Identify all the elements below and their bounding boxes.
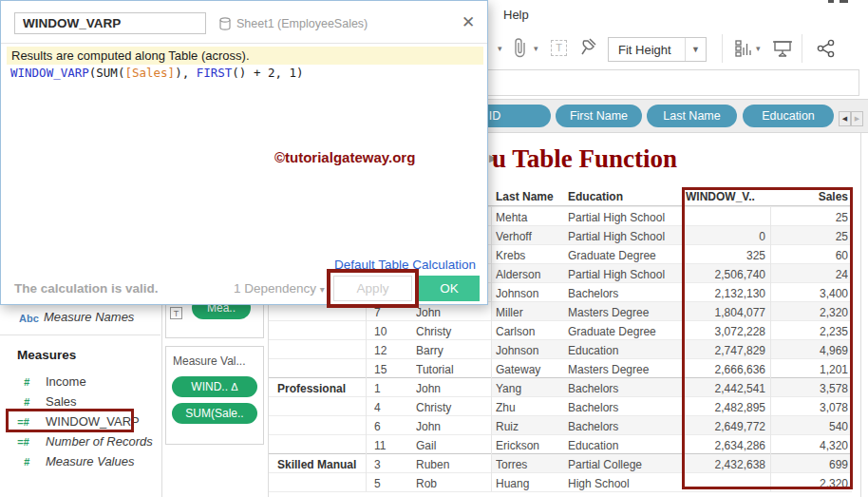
worksheet-title: u Table Function [492,144,677,174]
last-name-cell[interactable]: Alderson [496,268,564,281]
first-name-cell[interactable]: Gail [416,439,486,452]
id-cell[interactable]: 7 [374,306,406,319]
occupation-header[interactable]: Professional [277,382,365,395]
education-cell[interactable]: Education [568,344,676,357]
toolbar-divider [802,34,802,63]
first-name-cell[interactable]: Christy [416,401,486,414]
sidebar-item-income[interactable]: Income [46,374,86,389]
text-annotation-icon[interactable]: T [551,40,567,56]
measure-icon: # [24,376,29,388]
last-name-cell[interactable]: Miller [496,306,564,319]
id-cell[interactable]: 5 [374,477,406,490]
fit-selector[interactable]: Fit Height ▼ [608,37,707,62]
computed-along-note: Results are computed along Table (across… [7,47,483,65]
id-cell[interactable]: 15 [374,363,406,376]
id-cell[interactable]: 12 [374,344,406,357]
measure-values-pill-window[interactable]: WIND.. Δ [172,376,257,397]
pushpin-icon[interactable] [579,36,598,61]
share-icon[interactable] [817,39,836,62]
last-name-cell[interactable]: Verhoff [496,230,564,243]
ok-button[interactable]: OK [419,276,480,301]
shelf-pill-last-name[interactable]: Last Name [647,105,737,127]
education-cell[interactable]: Masters Degree [568,306,676,319]
last-name-cell[interactable]: Mehta [496,211,564,224]
column-gridline [491,207,492,491]
sheet-scope-label: Sheet1 (EmployeeSales) [236,17,368,30]
col-header-education[interactable]: Education [568,190,623,203]
education-cell[interactable]: Partial High School [568,230,676,243]
first-name-cell[interactable]: Christy [416,325,486,338]
dependency-dropdown[interactable]: 1 Dependency ▾ [234,281,325,296]
first-name-cell[interactable]: Barry [416,344,486,357]
sidebar-item-measure-values[interactable]: Measure Values [46,454,134,468]
education-cell[interactable]: Partial College [568,458,676,471]
sidebar-item-sales[interactable]: Sales [46,394,77,409]
formula-editor[interactable]: WINDOW_VARP(SUM([Sales]), FIRST() + 2, 1… [10,66,304,80]
chevron-down-icon[interactable]: ▾ [756,44,761,53]
chevron-down-icon[interactable]: ▾ [498,44,502,53]
id-cell[interactable]: 11 [374,439,406,452]
sidebar-item-measure-names[interactable]: Measure Names [44,310,134,324]
education-cell[interactable]: Partial High School [568,211,676,224]
shelf-scroll-left[interactable]: ◀ [839,111,851,126]
paperclip-icon[interactable] [513,38,527,62]
chevron-down-icon[interactable]: ▼ [685,38,706,61]
id-cell[interactable]: 4 [374,401,406,414]
chevron-down-icon[interactable]: ▾ [534,44,538,53]
formula-segment: ), [175,66,197,80]
first-name-cell[interactable]: John [416,420,486,433]
last-name-cell[interactable]: Carlson [496,325,564,338]
id-cell[interactable]: 1 [374,382,406,395]
education-cell[interactable]: High School [568,477,676,490]
education-cell[interactable]: Graduate Degree [568,249,676,262]
last-name-cell[interactable]: Erickson [496,439,564,452]
calculation-name-input[interactable] [14,12,206,34]
education-cell[interactable]: Graduate Degree [568,325,676,338]
columns-shelf[interactable] [484,69,859,96]
sidebar-divider [0,335,160,335]
education-cell[interactable]: Education [568,439,676,452]
first-name-cell[interactable]: John [416,306,486,319]
sidebar-item-number-of-records[interactable]: Number of Records [46,434,153,449]
show-me-chart-icon[interactable] [735,40,752,61]
education-cell[interactable]: Bachelors [568,382,676,395]
first-name-cell[interactable]: Tutorial [416,363,486,376]
last-name-cell[interactable]: Huang [496,477,564,490]
first-name-cell[interactable]: John [416,382,486,395]
measures-section-title: Measures [17,348,76,362]
presentation-icon[interactable] [773,40,792,61]
shelf-pill-first-name[interactable]: First Name [556,105,642,127]
window-control-fragment [840,0,848,3]
last-name-cell[interactable]: Torres [496,458,564,471]
last-name-cell[interactable]: Johnson [496,287,564,300]
education-cell[interactable]: Partial High School [568,268,676,281]
last-name-cell[interactable]: Ruiz [496,420,564,433]
last-name-cell[interactable]: Johnson [496,344,564,357]
first-name-cell[interactable]: Ruben [416,458,486,471]
education-cell[interactable]: Bachelors [568,287,676,300]
table-calc-delta-icon: Δ [231,381,237,392]
data-pane-divider [161,305,162,497]
id-cell[interactable]: 3 [374,458,406,471]
last-name-cell[interactable]: Krebs [496,249,564,262]
watermark: ©tutorialgateway.org [274,149,415,165]
formula-segment: FIRST [197,66,233,80]
measure-values-pill-sum-sales[interactable]: SUM(Sale.. [172,403,257,424]
education-cell[interactable]: Masters Degree [568,363,676,376]
occupation-header[interactable]: Skilled Manual [277,458,365,471]
first-name-cell[interactable]: Rob [416,477,486,490]
shelf-scroll-right[interactable]: ▶ [851,111,863,126]
col-header-last-name[interactable]: Last Name [496,190,554,203]
id-cell[interactable]: 10 [374,325,406,338]
shelf-pill-education[interactable]: Education [743,105,834,127]
id-cell[interactable]: 6 [374,420,406,433]
text-mark-icon[interactable]: T [170,307,182,319]
last-name-cell[interactable]: Yang [496,382,564,395]
last-name-cell[interactable]: Gateway [496,363,564,376]
validation-status: The calculation is valid. [14,281,159,296]
menu-help[interactable]: Help [503,8,529,22]
last-name-cell[interactable]: Zhu [496,401,564,414]
close-icon[interactable]: ✕ [459,12,478,32]
education-cell[interactable]: Bachelors [568,420,676,433]
education-cell[interactable]: Bachelors [568,401,676,414]
